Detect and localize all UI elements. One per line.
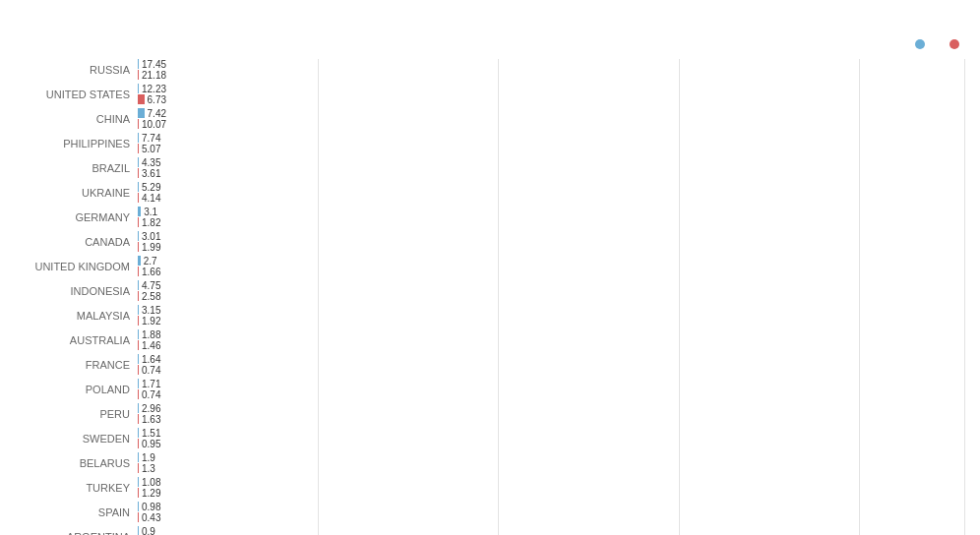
bar-row: BRAZIL4.353.61 xyxy=(138,157,964,178)
bars-group: 1.640.74 xyxy=(138,354,160,375)
bar-row: SPAIN0.980.43 xyxy=(138,502,964,522)
players-value: 0.43 xyxy=(142,512,160,523)
country-label: RUSSIA xyxy=(20,64,138,76)
bars-group: 3.151.92 xyxy=(138,305,160,326)
players-value: 0.74 xyxy=(142,365,160,376)
owners-value: 7.74 xyxy=(142,133,160,144)
country-label: MALAYSIA xyxy=(20,310,138,322)
owners-value: 3.1 xyxy=(144,207,157,217)
players-bar xyxy=(138,365,139,375)
owners-value: 2.96 xyxy=(142,403,160,414)
owners-value: 1.71 xyxy=(142,379,160,389)
bar-row: MALAYSIA3.151.92 xyxy=(138,305,964,326)
bar-row: SWEDEN1.510.95 xyxy=(138,428,964,448)
owners-bar xyxy=(138,379,139,388)
players-value: 1.46 xyxy=(142,340,160,351)
owners-bar xyxy=(138,280,139,290)
players-bar xyxy=(138,463,139,473)
bar-row: INDONESIA4.752.58 xyxy=(138,280,964,301)
owners-value: 4.35 xyxy=(142,157,160,168)
country-label: POLAND xyxy=(20,384,138,395)
players-bar xyxy=(138,144,139,153)
players-bar xyxy=(138,340,139,350)
country-label: TURKEY xyxy=(20,482,138,494)
owners-value: 17.45 xyxy=(142,59,166,70)
country-label: CHINA xyxy=(20,113,138,125)
bar-row: TURKEY1.081.29 xyxy=(138,477,964,498)
players-bar xyxy=(138,512,139,522)
owners-value: 1.51 xyxy=(142,428,160,439)
owners-value: 1.08 xyxy=(142,477,160,488)
country-label: UKRAINE xyxy=(20,187,138,199)
players-bar xyxy=(138,488,139,498)
owners-value: 5.29 xyxy=(142,182,160,193)
players-dot xyxy=(949,39,959,49)
bars-group: 4.353.61 xyxy=(138,157,160,178)
owners-value: 1.9 xyxy=(142,452,155,463)
owners-value: 2.7 xyxy=(144,256,157,267)
bar-row: FRANCE1.640.74 xyxy=(138,354,964,375)
country-label: FRANCE xyxy=(20,359,138,371)
country-label: ARGENTINA xyxy=(20,531,138,536)
players-bar xyxy=(138,439,139,448)
country-label: INDONESIA xyxy=(20,285,138,297)
owners-bar xyxy=(138,108,145,118)
gridline xyxy=(964,59,965,535)
players-bar xyxy=(138,119,139,129)
bar-row: PHILIPPINES7.745.07 xyxy=(138,133,964,153)
owners-bar xyxy=(138,84,139,93)
owners-bar xyxy=(138,526,139,535)
country-label: PERU xyxy=(20,408,138,420)
country-label: CANADA xyxy=(20,236,138,248)
bar-row: RUSSIA17.4521.18 xyxy=(138,59,964,80)
owners-bar xyxy=(138,133,139,143)
bars-group: 3.011.99 xyxy=(138,231,160,252)
bar-row: CHINA7.4210.07 xyxy=(138,108,964,129)
owners-bar xyxy=(138,157,139,167)
bars-group: 7.4210.07 xyxy=(138,108,166,129)
bar-row: POLAND1.710.74 xyxy=(138,379,964,399)
players-value: 0.74 xyxy=(142,389,160,400)
players-bar xyxy=(138,70,139,80)
owners-value: 1.88 xyxy=(142,329,160,340)
owners-dot xyxy=(915,39,925,49)
owners-bar xyxy=(138,231,139,241)
owners-bar xyxy=(138,354,139,364)
country-label: AUSTRALIA xyxy=(20,334,138,346)
players-value: 21.18 xyxy=(142,70,166,81)
owners-bar xyxy=(138,256,141,266)
players-bar xyxy=(138,291,139,301)
bars-group: 12.236.73 xyxy=(138,84,166,104)
bars-group: 2.961.63 xyxy=(138,403,160,424)
players-bar xyxy=(138,414,139,424)
owners-value: 0.98 xyxy=(142,502,160,512)
players-value: 10.07 xyxy=(142,119,166,130)
bars-group: 1.91.3 xyxy=(138,452,155,473)
country-label: BRAZIL xyxy=(20,162,138,174)
bar-row: PERU2.961.63 xyxy=(138,403,964,424)
players-value: 4.14 xyxy=(142,193,160,204)
chart-container: RUSSIA17.4521.18UNITED STATES12.236.73CH… xyxy=(20,39,964,535)
players-bar xyxy=(138,193,139,203)
bar-row: UNITED KINGDOM2.71.66 xyxy=(138,256,964,276)
bars-area: RUSSIA17.4521.18UNITED STATES12.236.73CH… xyxy=(138,59,964,535)
owners-value: 3.15 xyxy=(142,305,160,316)
country-label: GERMANY xyxy=(20,211,138,223)
players-value: 5.07 xyxy=(142,144,160,154)
bar-row: AUSTRALIA1.881.46 xyxy=(138,329,964,350)
players-bar xyxy=(138,242,139,252)
players-value: 6.73 xyxy=(148,94,166,105)
owners-bar xyxy=(138,452,139,462)
country-label: PHILIPPINES xyxy=(20,138,138,149)
legend-owners xyxy=(915,39,930,49)
players-value: 1.63 xyxy=(142,414,160,425)
players-value: 2.58 xyxy=(142,291,160,302)
owners-value: 1.64 xyxy=(142,354,160,365)
bar-row: UKRAINE5.294.14 xyxy=(138,182,964,203)
country-label: UNITED STATES xyxy=(20,89,138,100)
bar-row: ARGENTINA0.90.97 xyxy=(138,526,964,535)
bar-row: CANADA3.011.99 xyxy=(138,231,964,252)
bars-group: 1.881.46 xyxy=(138,329,160,350)
bar-row: UNITED STATES12.236.73 xyxy=(138,84,964,104)
players-value: 1.29 xyxy=(142,488,160,499)
